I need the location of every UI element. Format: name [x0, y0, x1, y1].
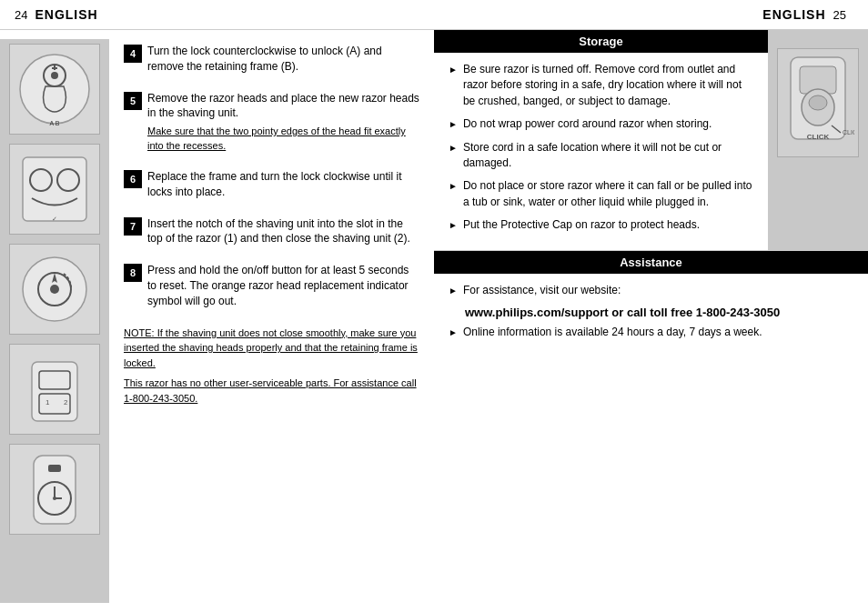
bullet-icon-2: ►: [449, 118, 458, 132]
svg-point-23: [809, 95, 827, 110]
step6-number: 6: [124, 170, 142, 188]
assistance-header: Assistance: [434, 251, 868, 274]
storage-bullet-list: ► Be sure razor is turned off. Remove co…: [449, 62, 753, 234]
storage-section: Storage ► Be sure razor is turned off. R…: [434, 30, 868, 251]
bullet-icon-3: ►: [449, 142, 458, 156]
step4-header: 4 Turn the lock counterclockwise to unlo…: [124, 44, 419, 75]
step5-text: Remove the razor heads and place the new…: [147, 91, 419, 122]
assistance-bullet-list: ► For assistance, visit our website:: [449, 283, 853, 298]
left-page-title: ENGLISH: [35, 7, 97, 22]
right-page-title: ENGLISH: [762, 7, 825, 22]
svg-point-10: [50, 285, 59, 294]
step5-header: 5 Remove the razor heads and place the n…: [124, 91, 419, 122]
right-page-number: 25: [833, 8, 846, 22]
storage-header: Storage: [434, 30, 768, 53]
bullet-icon-assist-1: ►: [449, 285, 458, 298]
step5-number: 5: [124, 92, 142, 110]
svg-text:CLICK: CLICK: [807, 133, 830, 141]
svg-point-2: [51, 72, 58, 79]
svg-text:✓: ✓: [52, 216, 57, 222]
svg-rect-19: [48, 465, 61, 472]
step7-header: 7 Insert the notch of the shaving unit i…: [124, 216, 419, 247]
left-page-number: 24: [15, 8, 27, 22]
storage-text-col: Storage ► Be sure razor is turned off. R…: [434, 30, 768, 250]
assistance-body: ► For assistance, visit our website: www…: [434, 274, 868, 357]
step8-number: 8: [124, 264, 142, 282]
right-content: Storage ► Be sure razor is turned off. R…: [434, 30, 868, 612]
storage-image: CLICK CLICK: [777, 48, 859, 157]
step7-text: Insert the notch of the shaving unit int…: [147, 216, 419, 247]
svg-text:CLICK: CLICK: [843, 129, 854, 135]
step6-text: Replace the frame and turn the lock cloc…: [147, 169, 419, 200]
assistance-bullet-list-2: ► Online information is available 24 hou…: [449, 325, 853, 340]
assistance-section: Assistance ► For assistance, visit our w…: [434, 251, 868, 357]
svg-text:1: 1: [45, 398, 50, 406]
step8-header: 8 Press and hold the on/off button for a…: [124, 263, 419, 308]
storage-body: ► Be sure razor is turned off. Remove co…: [434, 53, 768, 250]
storage-bullet-2: ► Do not wrap power cord around razor wh…: [449, 116, 753, 132]
storage-bullet-5: ► Put the Protective Cap on razor to pro…: [449, 217, 753, 233]
step8-text: Press and hold the on/off button for at …: [147, 263, 419, 308]
svg-point-18: [53, 497, 56, 500]
notes-block: NOTE: If the shaving unit does not close…: [124, 326, 419, 406]
step-8: 8 Press and hold the on/off button for a…: [124, 263, 419, 308]
step-7: 7 Insert the notch of the shaving unit i…: [124, 216, 419, 247]
svg-text:A   B: A B: [50, 120, 60, 126]
step4-number: 4: [124, 45, 142, 63]
step-5: 5 Remove the razor heads and place the n…: [124, 91, 419, 153]
step5-image: ✓: [9, 144, 100, 235]
step-6: 6 Replace the frame and turn the lock cl…: [124, 169, 419, 200]
step-4: 4 Turn the lock counterclockwise to unlo…: [124, 44, 419, 75]
svg-rect-4: [23, 157, 86, 221]
assistance-bullet-1: ► For assistance, visit our website:: [449, 283, 853, 298]
bullet-icon-assist-2: ►: [449, 326, 458, 340]
images-column: A B ✓: [0, 39, 109, 603]
left-header: 24 ENGLISH: [0, 0, 434, 30]
storage-image-col: CLICK CLICK: [768, 30, 868, 250]
step4-text: Turn the lock counterclockwise to unlock…: [147, 44, 419, 75]
note-2: This razor has no other user-serviceable…: [124, 376, 419, 406]
storage-bullet-1: ► Be sure razor is turned off. Remove co…: [449, 62, 753, 109]
step6-header: 6 Replace the frame and turn the lock cl…: [124, 169, 419, 200]
step6-image: [9, 244, 100, 335]
step5-note: Make sure that the two pointy edges of t…: [147, 125, 419, 153]
step7-image: 1 2: [9, 344, 100, 435]
bullet-icon-5: ►: [449, 219, 458, 233]
step7-number: 7: [124, 217, 142, 236]
right-page: ENGLISH 25 Storage ► Be sure razor is tu…: [434, 0, 868, 612]
left-content: A B ✓: [0, 30, 434, 612]
assistance-website: www.philips.com/support or call toll fre…: [465, 306, 853, 319]
storage-bullet-3: ► Store cord in a safe location where it…: [449, 140, 753, 172]
bullet-icon-4: ►: [449, 180, 458, 194]
instructions-column: 4 Turn the lock counterclockwise to unlo…: [109, 39, 434, 603]
assistance-bullet-2: ► Online information is available 24 hou…: [449, 325, 853, 340]
svg-text:2: 2: [64, 398, 68, 406]
bullet-icon-1: ►: [449, 64, 458, 77]
step4-image: A B: [9, 44, 100, 135]
step8-image: [9, 444, 100, 535]
right-header: ENGLISH 25: [434, 0, 868, 30]
left-page: 24 ENGLISH A B: [0, 0, 434, 612]
right-main: Storage ► Be sure razor is turned off. R…: [434, 30, 868, 612]
storage-bullet-4: ► Do not place or store razor where it c…: [449, 178, 753, 210]
note-1: NOTE: If the shaving unit does not close…: [124, 326, 419, 371]
